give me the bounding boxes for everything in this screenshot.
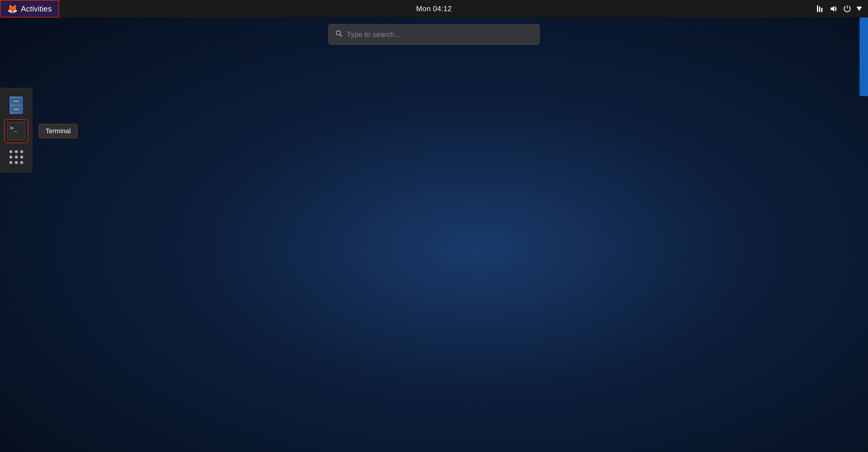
dot-7 <box>9 161 12 164</box>
dot-5 <box>15 156 18 159</box>
svg-rect-1 <box>819 7 820 12</box>
terminal-tooltip: Terminal <box>39 124 78 138</box>
dot-3 <box>20 150 23 153</box>
search-input[interactable] <box>347 30 533 39</box>
dock-item-terminal[interactable]: >_ Terminal <box>4 119 28 143</box>
search-icon <box>335 30 343 39</box>
svg-marker-4 <box>857 7 862 11</box>
dot-2 <box>15 150 18 153</box>
topbar: 🦊 Activities Mon 04:12 <box>0 0 868 18</box>
clock-display: Mon 04:12 <box>416 4 452 13</box>
dock-item-files[interactable] <box>4 93 28 117</box>
right-panel <box>860 18 868 96</box>
svg-rect-2 <box>821 8 823 12</box>
dock: >_ Terminal <box>0 88 33 173</box>
dot-1 <box>9 150 12 153</box>
dot-8 <box>15 161 18 164</box>
activities-fox-icon: 🦊 <box>7 4 18 14</box>
search-bar <box>329 24 539 45</box>
system-tray <box>815 5 868 13</box>
dot-6 <box>20 156 23 159</box>
sound-icon[interactable] <box>829 5 838 12</box>
svg-marker-3 <box>831 6 834 12</box>
terminal-icon: >_ <box>7 122 25 140</box>
power-icon[interactable] <box>843 5 851 13</box>
activities-label: Activities <box>21 4 52 13</box>
dot-4 <box>9 156 12 159</box>
tray-dropdown-icon[interactable] <box>857 7 862 11</box>
svg-rect-14 <box>13 109 19 110</box>
app-grid-button[interactable] <box>4 147 28 167</box>
activities-button[interactable]: 🦊 Activities <box>0 0 59 18</box>
svg-rect-11 <box>13 101 19 102</box>
svg-rect-0 <box>817 5 818 12</box>
dot-9 <box>20 161 23 164</box>
svg-line-6 <box>340 35 342 37</box>
dots-grid <box>9 150 23 164</box>
svg-point-5 <box>336 31 340 35</box>
search-container <box>329 24 539 45</box>
network-icon[interactable] <box>815 5 824 12</box>
